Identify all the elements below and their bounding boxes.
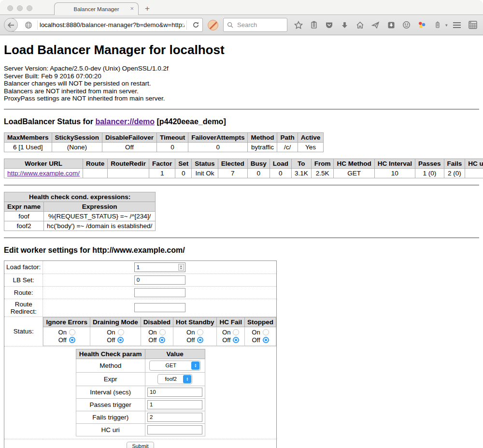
cell-disablefailover: Off [102, 142, 157, 152]
reading-list-icon[interactable] [309, 20, 318, 29]
back-button[interactable] [4, 18, 18, 32]
route-row: Route: [4, 286, 277, 299]
draining-mode-on-radio[interactable] [118, 329, 124, 335]
submit-button[interactable]: Submit [127, 442, 154, 448]
search-input[interactable] [236, 21, 280, 29]
lb-set-label: LB Set: [4, 274, 43, 286]
col-hc-interval: HC Interval [374, 159, 415, 168]
disabled-on-radio[interactable] [159, 329, 166, 335]
hc-passes-input[interactable] [147, 400, 202, 409]
zoom-window-button[interactable] [27, 5, 32, 11]
send-tab-icon[interactable] [371, 20, 380, 29]
cell-expr-name: foof [4, 211, 44, 221]
col-to: To [291, 159, 311, 168]
off-label: Off [252, 336, 260, 344]
balancer-status-table: MaxMembers StickySession DisableFailover… [4, 132, 324, 152]
route-label: Route: [4, 286, 43, 299]
new-tab-button[interactable]: + [145, 4, 150, 14]
cell-failoverattempts: 0 [188, 142, 248, 152]
on-label: On [252, 329, 260, 336]
status-heading-suffix: [p4420eeae_demo] [155, 117, 226, 126]
close-window-button[interactable] [7, 5, 13, 11]
cell-stickysession: (None) [52, 142, 102, 152]
hc-fail-on-radio[interactable] [233, 329, 239, 335]
chevron-down-icon[interactable]: ▾ [445, 23, 448, 28]
minimize-window-button[interactable] [17, 5, 23, 11]
worker-url-link[interactable]: http://www.example.com/ [7, 170, 80, 177]
search-bar[interactable] [223, 18, 287, 32]
col-disabled: Disabled [141, 317, 173, 327]
close-tab-icon[interactable]: × [130, 5, 134, 12]
col-route: Route [83, 159, 108, 168]
hc-expr-selected-value: foof2 [158, 376, 183, 382]
route-input[interactable] [134, 288, 185, 297]
col-from: From [311, 159, 334, 168]
hc-expr-select[interactable]: foof2 ▲▼ [157, 374, 192, 384]
on-label: On [107, 329, 115, 336]
title-bar: Balancer Manager × + [0, 0, 483, 15]
home-icon[interactable] [355, 20, 365, 29]
hc-params-row: Health Check param Value Method GET ▲▼ [4, 346, 277, 439]
draining-mode-cell: On Off [90, 327, 141, 346]
ignore-errors-on-radio[interactable] [69, 329, 75, 335]
col-failoverattempts: FailoverAttempts [188, 132, 248, 142]
on-label: On [148, 329, 156, 336]
persist-note-line: Balancer changes will NOT be persisted o… [4, 80, 479, 87]
lb-set-input[interactable] [134, 275, 185, 285]
hc-interval-row: Interval (secs) [76, 386, 205, 398]
col-hc-fail: HC Fail [217, 317, 245, 327]
pocket-icon[interactable] [325, 20, 334, 29]
balancer-demo-link[interactable]: balancer://demo [95, 117, 155, 126]
bookmark-star-icon[interactable] [294, 20, 303, 29]
col-expression: Expression [44, 202, 156, 211]
load-factor-input[interactable] [135, 264, 178, 270]
hc-interval-input[interactable] [147, 388, 202, 397]
battery-addon-icon[interactable] [433, 20, 442, 29]
disabled-off-radio[interactable] [159, 337, 165, 343]
grid-icon[interactable] [468, 20, 477, 29]
extension-download-icon[interactable] [386, 20, 396, 29]
url-bar[interactable]: localhost:8880/balancer-manager?b=demo&w… [11, 18, 203, 32]
content-blocker-icon[interactable] [208, 20, 218, 30]
off-label: Off [186, 336, 195, 344]
col-elected: Elected [218, 159, 247, 168]
number-stepper-icon[interactable]: ▲▼ [178, 264, 184, 271]
tab-balancer-manager[interactable]: Balancer Manager × [54, 2, 139, 15]
hc-fails-label: Fails trigger) [76, 411, 145, 423]
col-worker-url: Worker URL [4, 159, 83, 168]
hc-fails-row: Fails trigger) [76, 411, 205, 423]
cell-expression: %{REQUEST_STATUS} =~ /^[234]/ [44, 211, 156, 221]
hc-method-select[interactable]: GET ▲▼ [149, 361, 200, 371]
off-label: Off [58, 336, 67, 344]
stopped-off-radio[interactable] [263, 337, 269, 343]
load-factor-row: Load factor: ▲▼ [4, 260, 277, 274]
url-text[interactable]: localhost:8880/balancer-manager?b=demo&w… [40, 21, 185, 29]
status-table: Ignore Errors Draining Mode Disabled Hot… [43, 317, 276, 346]
reload-button[interactable] [189, 21, 202, 29]
col-disablefailover: DisableFailover [102, 132, 157, 142]
route-redirect-input[interactable] [134, 303, 185, 312]
load-factor-label: Load factor: [4, 260, 43, 274]
stopped-on-radio[interactable] [263, 329, 269, 335]
on-label: On [186, 329, 195, 336]
hc-fails-input[interactable] [147, 413, 202, 422]
ignore-errors-off-radio[interactable] [69, 337, 75, 343]
hot-standby-on-radio[interactable] [197, 329, 203, 335]
colored-dots-addon-icon[interactable] [417, 20, 426, 29]
downloads-icon[interactable] [340, 20, 349, 29]
menu-hamburger-icon[interactable] [452, 20, 461, 29]
col-set: Set [175, 159, 192, 168]
hc-fail-off-radio[interactable] [233, 337, 239, 343]
divider [4, 109, 479, 110]
search-icon [227, 22, 233, 28]
worker-row: http://www.example.com/ 1 0 Init Ok 7 0 … [4, 168, 483, 178]
cell-load: 0 [270, 168, 291, 178]
hc-uri-input[interactable] [147, 425, 202, 434]
select-stepper-icon: ▲▼ [183, 375, 191, 383]
globe-icon [25, 21, 32, 29]
draining-mode-off-radio[interactable] [117, 337, 124, 343]
divider [4, 185, 479, 186]
chat-smiley-icon[interactable] [402, 20, 411, 29]
cell-factor: 1 [149, 168, 175, 178]
hot-standby-off-radio[interactable] [197, 337, 203, 343]
